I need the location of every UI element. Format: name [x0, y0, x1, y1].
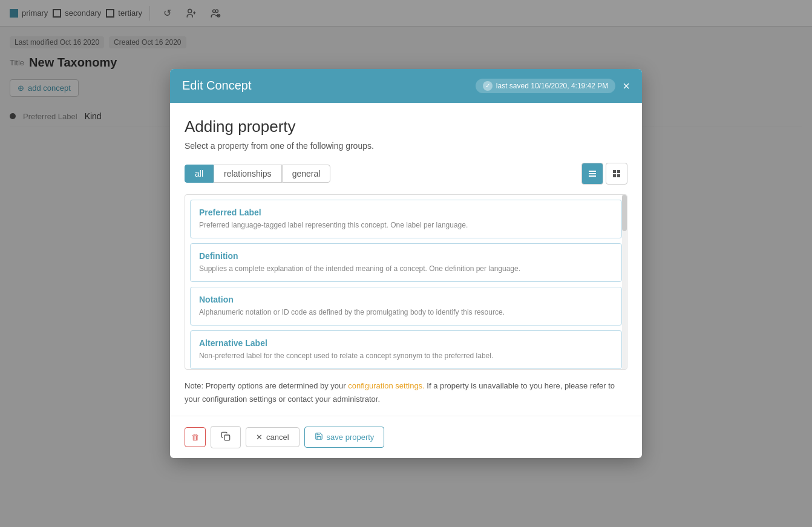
note-section: Note: Property options are determined by… [185, 379, 627, 406]
tab-general[interactable]: general [282, 165, 331, 183]
check-icon: ✓ [483, 81, 493, 91]
save-icon [315, 432, 323, 442]
edit-concept-modal: Edit Concept ✓ last saved 10/16/2020, 4:… [170, 69, 642, 458]
property-item-notation[interactable]: Notation Alphanumeric notation or ID cod… [190, 287, 622, 326]
property-item-preferred-label[interactable]: Preferred Label Preferred language-tagge… [190, 200, 622, 238]
config-link[interactable]: configuration settings. [348, 381, 424, 390]
copy-icon [221, 431, 231, 443]
list-view-button[interactable] [581, 163, 603, 185]
modal-footer: 🗑 ✕ cancel save property [170, 416, 642, 458]
last-saved-badge: ✓ last saved 10/16/2020, 4:19:42 PM [476, 79, 615, 93]
modal-title: Edit Concept [182, 79, 252, 93]
notation-title: Notation [199, 295, 613, 304]
svg-rect-7 [589, 173, 596, 174]
alternative-label-title: Alternative Label [199, 338, 613, 348]
notation-desc: Alphanumeric notation or ID code as defi… [199, 307, 613, 318]
svg-rect-6 [589, 171, 596, 172]
svg-rect-12 [617, 174, 620, 177]
svg-rect-10 [617, 170, 620, 173]
preferred-label-desc: Preferred language-tagged label represen… [199, 220, 613, 231]
cancel-button[interactable]: ✕ cancel [246, 427, 300, 447]
save-label: save property [327, 433, 375, 442]
modal-close-button[interactable]: × [623, 80, 630, 92]
filter-tabs: all relationships general [185, 163, 627, 185]
svg-rect-9 [613, 170, 616, 173]
modal-overlay: Edit Concept ✓ last saved 10/16/2020, 4:… [0, 0, 812, 527]
modal-body: Adding property Select a property from o… [170, 103, 642, 416]
property-list[interactable]: Preferred Label Preferred language-tagge… [185, 194, 627, 370]
cancel-x-icon: ✕ [256, 433, 263, 442]
save-property-button[interactable]: save property [304, 427, 385, 448]
tab-all[interactable]: all [185, 165, 214, 183]
delete-icon: 🗑 [191, 433, 199, 442]
cancel-label: cancel [266, 433, 289, 442]
modal-header-right: ✓ last saved 10/16/2020, 4:19:42 PM × [476, 79, 630, 93]
adding-property-subtitle: Select a property from one of the follow… [185, 141, 627, 151]
svg-rect-8 [589, 175, 596, 177]
copy-button[interactable] [211, 426, 241, 448]
adding-property-title: Adding property [185, 117, 627, 136]
property-item-definition[interactable]: Definition Supplies a complete explanati… [190, 243, 622, 282]
last-saved-label: last saved 10/16/2020, 4:19:42 PM [496, 82, 608, 90]
scrollbar-track [622, 195, 627, 369]
tab-relationships[interactable]: relationships [214, 165, 282, 183]
definition-title: Definition [199, 251, 613, 261]
svg-rect-13 [224, 435, 230, 440]
alternative-label-desc: Non-preferred label for the concept used… [199, 350, 613, 361]
preferred-label-title: Preferred Label [199, 208, 613, 217]
filter-tabs-left: all relationships general [185, 165, 330, 183]
property-item-alternative-label[interactable]: Alternative Label Non-preferred label fo… [190, 330, 622, 369]
grid-view-button[interactable] [606, 163, 627, 185]
note-text-before: Note: Property options are determined by… [185, 381, 346, 390]
delete-button[interactable]: 🗑 [185, 427, 206, 447]
svg-rect-11 [613, 174, 616, 177]
filter-tabs-right [581, 163, 627, 185]
definition-desc: Supplies a complete explanation of the i… [199, 263, 613, 274]
scrollbar-thumb[interactable] [622, 195, 627, 231]
modal-header: Edit Concept ✓ last saved 10/16/2020, 4:… [170, 69, 642, 103]
